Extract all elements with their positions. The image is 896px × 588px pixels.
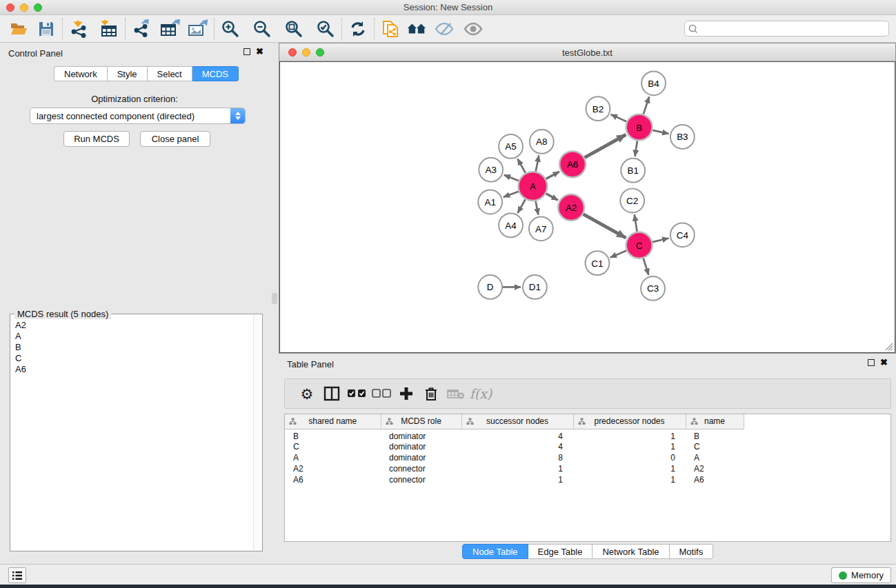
close-table-panel-icon[interactable]: ✖ <box>880 359 888 366</box>
new-network-from-selection-icon[interactable] <box>380 19 401 39</box>
import-table-icon[interactable] <box>99 19 119 39</box>
first-neighbors-icon[interactable] <box>406 19 427 39</box>
network-window-titlebar[interactable]: testGlobe.txt <box>279 43 895 61</box>
delete-column-icon[interactable] <box>419 383 444 404</box>
result-item-a6[interactable]: A6 <box>12 364 252 375</box>
cell-successor-nodes[interactable]: 1 <box>461 474 573 485</box>
open-session-icon[interactable] <box>8 19 29 39</box>
close-panel-button[interactable]: Close panel <box>140 131 210 147</box>
column-header-shared-name[interactable]: shared name <box>285 414 381 429</box>
edge-A2-C[interactable] <box>584 214 626 238</box>
tab-select[interactable]: Select <box>148 66 192 81</box>
close-panel-icon[interactable]: ✖ <box>256 48 263 55</box>
zoom-selected-icon[interactable] <box>315 19 336 39</box>
cell-predecessor-nodes[interactable]: 1 <box>573 463 686 474</box>
edge-A-A2[interactable] <box>546 194 558 201</box>
edge-A6-B[interactable] <box>584 134 626 157</box>
tab-style[interactable]: Style <box>108 66 148 81</box>
edge-A-A3[interactable] <box>504 175 519 181</box>
zoom-out-icon[interactable] <box>252 19 272 39</box>
cell-successor-nodes[interactable]: 8 <box>461 452 573 463</box>
cell-shared-name[interactable]: A <box>285 452 381 463</box>
export-table-icon[interactable] <box>160 19 181 39</box>
node-table-header[interactable]: shared nameMCDS rolesuccessor nodesprede… <box>285 414 890 429</box>
resize-grip-icon[interactable] <box>884 342 893 351</box>
memory-button[interactable]: Memory <box>831 567 891 583</box>
column-header-name[interactable]: name <box>686 414 744 429</box>
tab-edge-table[interactable]: Edge Table <box>528 544 593 559</box>
cell-shared-name[interactable]: C <box>285 441 381 452</box>
add-column-icon[interactable] <box>394 383 419 404</box>
cell-predecessor-nodes[interactable]: 1 <box>573 429 686 441</box>
cell-successor-nodes[interactable]: 4 <box>461 441 573 452</box>
result-scrollbar[interactable] <box>253 315 261 550</box>
tab-node-table[interactable]: Node Table <box>462 544 528 559</box>
cell-mcds-role[interactable]: dominator <box>381 452 461 463</box>
column-visibility-icon[interactable] <box>319 383 344 404</box>
cell-successor-nodes[interactable]: 4 <box>461 429 573 441</box>
edge-A-A5[interactable] <box>517 159 525 173</box>
hide-selected-icon[interactable] <box>434 19 455 39</box>
cell-shared-name[interactable]: A6 <box>285 474 381 485</box>
edge-B-B1[interactable] <box>635 141 637 156</box>
cell-shared-name[interactable]: A2 <box>285 463 381 474</box>
table-row[interactable]: A2connector11A2 <box>285 463 890 474</box>
cell-predecessor-nodes[interactable]: 1 <box>573 441 686 452</box>
result-item-c[interactable]: C <box>12 353 252 364</box>
task-history-button[interactable] <box>8 567 26 583</box>
run-mcds-button[interactable]: Run MCDS <box>63 131 130 147</box>
edge-C-C1[interactable] <box>610 251 627 258</box>
cell-name[interactable]: A2 <box>686 463 744 474</box>
result-item-a[interactable]: A <box>12 331 252 342</box>
cell-successor-nodes[interactable]: 1 <box>461 463 573 474</box>
table-row[interactable]: Adominator80A <box>285 452 890 463</box>
show-all-icon[interactable] <box>463 19 484 39</box>
edge-C-C2[interactable] <box>635 214 637 232</box>
table-row[interactable]: A6connector11A6 <box>285 474 890 485</box>
tab-mcds[interactable]: MCDS <box>192 66 239 81</box>
edge-A-A4[interactable] <box>518 199 526 213</box>
cell-name[interactable]: B <box>686 429 744 441</box>
edge-A-A7[interactable] <box>536 201 539 215</box>
deselect-all-rows-icon[interactable] <box>369 383 394 404</box>
result-item-a2[interactable]: A2 <box>12 320 252 331</box>
edge-C-C3[interactable] <box>644 258 649 275</box>
edge-A-A1[interactable] <box>504 192 519 197</box>
cell-name[interactable]: A <box>686 452 744 463</box>
tab-network-table[interactable]: Network Table <box>593 544 669 559</box>
column-header-mcds-role[interactable]: MCDS role <box>381 414 461 429</box>
column-header-successor-nodes[interactable]: successor nodes <box>461 414 573 429</box>
zoom-fit-icon[interactable] <box>283 19 304 39</box>
table-row[interactable]: Bdominator41B <box>285 429 890 441</box>
zoom-in-icon[interactable] <box>220 19 241 39</box>
table-row[interactable]: Cdominator41C <box>285 441 890 452</box>
edge-C-C4[interactable] <box>653 239 668 243</box>
cell-shared-name[interactable]: B <box>285 429 381 441</box>
cell-predecessor-nodes[interactable]: 1 <box>573 474 686 485</box>
cell-name[interactable]: A6 <box>686 474 744 485</box>
edge-B-B3[interactable] <box>653 130 668 134</box>
vertical-splitter-handle[interactable] <box>272 293 277 304</box>
tab-motifs[interactable]: Motifs <box>670 544 714 559</box>
network-graph[interactable]: AA5A8A3A1A4A7A6A2BB2B4B3B1C2CC1C4C3DD1 <box>280 62 895 352</box>
edge-A-A6[interactable] <box>546 172 559 179</box>
node-table[interactable]: shared nameMCDS rolesuccessor nodesprede… <box>284 414 891 542</box>
cell-mcds-role[interactable]: connector <box>381 463 461 474</box>
export-image-icon[interactable] <box>188 19 208 39</box>
edge-A-A8[interactable] <box>536 155 539 171</box>
save-session-icon[interactable] <box>36 19 57 39</box>
column-header-predecessor-nodes[interactable]: predecessor nodes <box>573 414 686 429</box>
select-all-rows-icon[interactable] <box>344 383 369 404</box>
table-settings-icon[interactable]: ⚙ <box>295 383 319 404</box>
tab-network[interactable]: Network <box>54 66 108 81</box>
search-field[interactable] <box>684 21 889 37</box>
criterion-dropdown[interactable]: largest connected component (directed) <box>30 108 246 124</box>
edge-B-B4[interactable] <box>644 97 649 114</box>
mcds-result-list[interactable]: A2ABCA6 <box>12 320 252 549</box>
cell-predecessor-nodes[interactable]: 0 <box>573 452 686 463</box>
float-table-panel-icon[interactable] <box>868 359 875 366</box>
result-item-b[interactable]: B <box>12 342 252 353</box>
cell-name[interactable]: C <box>686 441 744 452</box>
import-network-icon[interactable] <box>68 19 89 39</box>
edge-B-B2[interactable] <box>611 114 627 121</box>
